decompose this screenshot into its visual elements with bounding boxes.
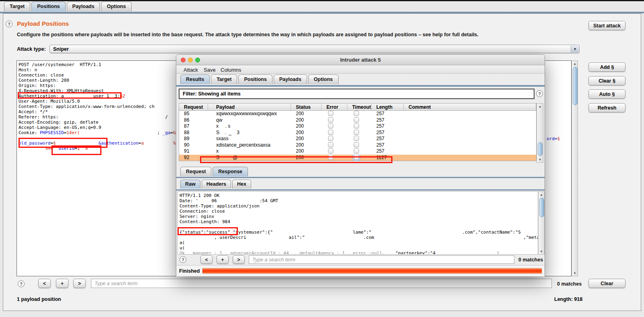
title-bar[interactable]: Intruder attack 5 [176,55,545,65]
comment-cell [404,117,536,124]
tab-options[interactable]: Options [101,2,131,11]
start-attack-button[interactable]: Start attack [588,21,625,30]
payload-cell: xqwwxxqwxwwxwxqxwqqwx [208,111,291,117]
search-prev-button[interactable]: < [38,279,51,288]
length-status: Length: 918 [554,296,582,302]
result-row-89[interactable]: 89sxass200257 [179,136,536,142]
button-auto[interactable]: Auto § [588,89,625,99]
timeout-checkbox[interactable] [354,148,359,153]
scroll-up-icon[interactable]: ▲ [572,61,578,66]
attack-type-select[interactable]: Sniper ▼ [50,45,580,53]
results-table: 85xqwwxxqwxwwxwxqxwqqwx20025786qw2002578… [179,111,537,161]
scroll-up-icon[interactable]: ▲ [537,104,543,109]
timeout-checkbox[interactable] [354,130,359,135]
result-row-92[interactable]: 92S @2001127 [179,155,536,161]
error-checkbox[interactable] [328,142,333,147]
request-editor-scrollbar[interactable]: ▲ ▼ [572,60,578,276]
status-cell: 200 [291,130,322,136]
result-row-90[interactable]: 90xdistance_percentxsaxsa200257 [179,142,536,149]
tab-payloads[interactable]: Payloads [274,75,307,84]
timeout-checkbox[interactable] [354,142,359,147]
menu-item-save[interactable]: Save [204,67,216,73]
timeout-checkbox[interactable] [354,155,359,160]
search-add-button[interactable]: + [56,279,68,288]
attack-tab-bar: ResultsTargetPositionsPayloadsOptions [180,75,340,85]
payload-cell: sxass [208,136,291,142]
error-checkbox[interactable] [328,148,333,153]
button-add[interactable]: Add § [588,62,625,72]
attack-status-bar: Finished [176,265,545,276]
result-row-86[interactable]: 86qw200257 [179,117,536,124]
button-clear[interactable]: Clear § [588,76,625,85]
help-icon[interactable]: ? [18,280,25,287]
search-prev-button[interactable]: < [200,255,213,264]
error-checkbox[interactable] [328,117,333,122]
results-scrollbar[interactable]: ▲ ▼ [537,103,543,163]
payload-cell: S . _ 3 [208,130,291,136]
response-viewer[interactable]: HTTP/1.1 200 OKDate: ' 06 :54 GMTContent… [178,191,538,255]
help-icon[interactable]: ? [180,256,186,263]
menu-item-columns[interactable]: Columns [221,67,241,73]
match-count: 0 matches [518,257,543,263]
scroll-down-icon[interactable]: ▼ [539,249,544,254]
tab-headers[interactable]: Headers [202,180,231,189]
request-cell: 85 [179,111,208,117]
button-refresh[interactable]: Refresh [588,103,625,112]
tab-results[interactable]: Results [180,75,210,84]
search-input[interactable] [91,279,552,288]
scrollbar-thumb[interactable] [539,198,544,217]
error-checkbox[interactable] [328,111,333,116]
scrollbar-thumb[interactable] [573,67,578,105]
tab-response[interactable]: Response [213,167,248,176]
error-checkbox[interactable] [328,136,333,141]
response-scrollbar[interactable]: ▲ ▼ [538,191,545,255]
tab-payloads[interactable]: Payloads [67,2,100,11]
result-row-91[interactable]: 91x200257 [179,148,536,155]
request-cell: 86 [179,117,208,124]
search-next-button[interactable]: > [233,255,245,264]
result-row-85[interactable]: 85xqwwxxqwxwwxwxqxwqqwx200257 [179,111,536,117]
tab-hex[interactable]: Hex [232,180,251,189]
tab-options[interactable]: Options [308,75,339,84]
tab-positions[interactable]: Positions [31,2,65,11]
scroll-down-icon[interactable]: ▼ [572,270,578,276]
filter-bar[interactable]: Filter: Showing all items [179,89,535,99]
scroll-down-icon[interactable]: ▼ [537,157,543,162]
timeout-cell [347,117,372,124]
search-add-button[interactable]: + [217,255,229,264]
chevron-down-icon[interactable]: ▼ [571,46,579,52]
search-next-button[interactable]: > [73,279,86,288]
error-checkbox[interactable] [328,123,333,128]
result-row-87[interactable]: 87x . s200257 [179,123,536,130]
length-cell: 1127 [372,155,404,161]
error-cell [322,111,347,117]
help-icon[interactable]: ? [6,21,12,27]
timeout-checkbox[interactable] [354,111,359,116]
menu-item-attack[interactable]: Attack [184,67,198,73]
scroll-up-icon[interactable]: ▲ [539,192,544,197]
attack-type-value: Sniper [53,46,69,52]
column-header-timeout: Timeout [347,104,372,110]
tab-target[interactable]: Target [211,75,237,84]
request-cell: 91 [179,148,208,155]
error-checkbox[interactable] [328,155,333,160]
payload-cell: x [208,148,291,155]
timeout-checkbox[interactable] [354,123,359,128]
result-row-88[interactable]: 88S . _ 3200257 [179,130,536,136]
window-top-edge [0,0,644,1]
timeout-checkbox[interactable] [354,136,359,141]
help-icon[interactable]: ? [536,90,543,97]
tab-raw[interactable]: Raw [180,180,200,189]
results-table-header[interactable]: RequestPayloadStatusErrorTimeoutLengthCo… [179,103,537,111]
tab-target[interactable]: Target [4,2,30,11]
search-input[interactable] [249,255,514,264]
main-tab-bar: TargetPositionsPayloadsOptions [4,2,133,12]
length-cell: 257 [372,123,404,130]
comment-cell [404,130,536,136]
error-checkbox[interactable] [328,130,333,135]
timeout-checkbox[interactable] [354,117,359,122]
tab-positions[interactable]: Positions [238,75,272,84]
clear-button[interactable]: Clear [588,279,625,288]
scrollbar-thumb[interactable] [538,142,543,156]
tab-request[interactable]: Request [180,167,211,176]
